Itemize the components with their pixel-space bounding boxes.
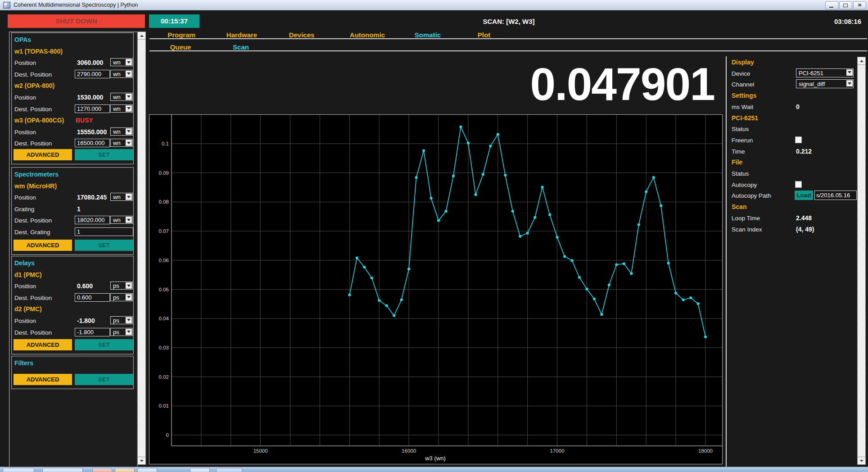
sidebar-row: Time0.212 — [732, 146, 854, 157]
sidebar-row: Autocopy — [732, 180, 854, 191]
taskbar-button[interactable] — [115, 468, 135, 472]
tab-plot[interactable]: Plot — [455, 31, 513, 39]
chevron-down-icon[interactable] — [846, 69, 853, 76]
unit-select[interactable]: ps — [110, 328, 133, 336]
svg-text:16000: 16000 — [402, 448, 416, 454]
chevron-down-icon[interactable] — [126, 329, 132, 335]
chevron-down-icon[interactable] — [126, 317, 132, 323]
shutdown-button[interactable]: SHUT DOWN — [8, 14, 145, 28]
scan-index-value: (4, 49) — [796, 226, 814, 233]
advanced-button[interactable]: ADVANCED — [14, 374, 72, 385]
advanced-button[interactable]: ADVANCED — [14, 149, 72, 160]
minimize-button[interactable] — [825, 1, 838, 9]
arrow-up-icon — [140, 35, 144, 37]
chevron-down-icon[interactable] — [846, 80, 853, 86]
titlebar: Coherent Multidimensional Spectroscopy |… — [0, 0, 868, 10]
dest-position-input[interactable] — [75, 328, 110, 336]
unit-select[interactable]: ps — [110, 293, 133, 301]
svg-text:18000: 18000 — [698, 448, 713, 454]
svg-text:15000: 15000 — [253, 448, 268, 454]
load-button[interactable]: Load — [795, 191, 813, 200]
taskbar-button[interactable] — [216, 468, 242, 472]
scan-title: SCAN: [W2, W3] — [455, 18, 563, 25]
unit-select[interactable]: wn — [110, 70, 133, 78]
sidebar-scrollbar[interactable] — [857, 57, 866, 465]
field-label: Dest. Grating — [14, 229, 50, 236]
set-button[interactable]: SET — [75, 374, 133, 385]
taskbar-button[interactable] — [92, 468, 112, 472]
hardware-panel: OPAsw1 (TOPAS-800)Position3060.000wnDest… — [9, 32, 138, 467]
dest-position-input[interactable] — [75, 293, 110, 302]
scroll-down-button[interactable] — [858, 457, 865, 464]
maximize-button[interactable] — [839, 1, 852, 9]
advanced-button[interactable]: ADVANCED — [14, 240, 72, 251]
device-name: d1 (PMC) — [14, 271, 42, 278]
taskbar-button[interactable] — [190, 468, 210, 472]
taskbar-button[interactable] — [42, 468, 83, 472]
arrow-up-icon — [860, 60, 863, 62]
set-button[interactable]: SET — [75, 339, 133, 350]
taskbar-button[interactable] — [137, 468, 157, 472]
unit-select[interactable]: ps — [110, 281, 133, 290]
freerun-checkbox[interactable] — [795, 136, 802, 143]
chevron-down-icon[interactable] — [126, 217, 132, 223]
field-label: Dest. Position — [14, 71, 52, 78]
subtab-scan[interactable]: Scan — [212, 43, 270, 51]
tab-autonomic[interactable]: Autonomic — [338, 31, 397, 39]
dest-position-input[interactable] — [75, 70, 110, 78]
chevron-down-icon[interactable] — [126, 59, 132, 65]
chevron-down-icon[interactable] — [126, 94, 132, 100]
unit-select[interactable]: wn — [110, 139, 133, 147]
unit-select[interactable]: wn — [110, 58, 133, 66]
autocopy-checkbox[interactable] — [795, 181, 802, 188]
scroll-down-button[interactable] — [138, 457, 145, 464]
set-button[interactable]: SET — [75, 240, 133, 251]
sidebar-row: Channelsignal_diff — [732, 79, 854, 90]
unit-select[interactable]: wn — [110, 93, 133, 101]
field-value: 0.600 — [77, 282, 93, 290]
chevron-down-icon[interactable] — [126, 128, 132, 135]
set-button[interactable]: SET — [75, 149, 133, 160]
advanced-button[interactable]: ADVANCED — [14, 339, 72, 350]
field-label: Position — [14, 283, 36, 290]
subtab-queue[interactable]: Queue — [151, 43, 210, 51]
scroll-up-button[interactable] — [858, 57, 865, 65]
dest-position-input[interactable] — [75, 216, 110, 224]
tab-hardware[interactable]: Hardware — [212, 31, 271, 39]
chevron-down-icon[interactable] — [126, 105, 132, 112]
arrow-down-icon — [140, 460, 144, 462]
window-title: Coherent Multidimensional Spectroscopy |… — [14, 0, 138, 10]
group-box-delays: Delaysd1 (PMC)Position0.600psDest. Posit… — [11, 256, 134, 354]
field-label: Position — [14, 194, 36, 201]
field-label: Dest. Position — [14, 140, 52, 147]
close-button[interactable]: ✕ — [853, 1, 866, 9]
field-value: 3060.000 — [77, 59, 103, 66]
tab-somatic[interactable]: Somatic — [398, 31, 457, 39]
svg-text:0.02: 0.02 — [159, 374, 169, 380]
main-scrollbar[interactable] — [137, 32, 146, 465]
device-select[interactable]: PCI-6251 — [796, 68, 854, 77]
unit-select[interactable]: ps — [110, 316, 133, 324]
dest-position-input[interactable] — [75, 139, 110, 147]
tab-devices[interactable]: Devices — [272, 31, 331, 39]
dest-grating-input[interactable] — [75, 227, 133, 236]
field-label: Dest. Position — [14, 329, 52, 336]
chevron-down-icon[interactable] — [126, 140, 132, 146]
chevron-down-icon[interactable] — [126, 294, 132, 300]
autocopy-path-input[interactable] — [814, 191, 857, 200]
scroll-up-button[interactable] — [138, 32, 145, 40]
tab-program[interactable]: Program — [152, 31, 211, 39]
taskbar-button[interactable] — [3, 468, 34, 472]
sidebar-row: Autocopy PathLoad — [732, 191, 854, 201]
dest-position-input[interactable] — [75, 104, 110, 113]
unit-select[interactable]: wn — [110, 127, 133, 136]
chevron-down-icon[interactable] — [126, 194, 132, 200]
unit-select[interactable]: wn — [110, 193, 133, 201]
clock: 03:08:16 — [834, 18, 861, 25]
chevron-down-icon[interactable] — [126, 282, 132, 289]
chevron-down-icon[interactable] — [126, 71, 132, 77]
unit-select[interactable]: wn — [110, 104, 133, 113]
unit-select[interactable]: wn — [110, 216, 133, 224]
channel-select[interactable]: signal_diff — [796, 79, 854, 88]
sidebar-header-file: File — [732, 159, 742, 166]
